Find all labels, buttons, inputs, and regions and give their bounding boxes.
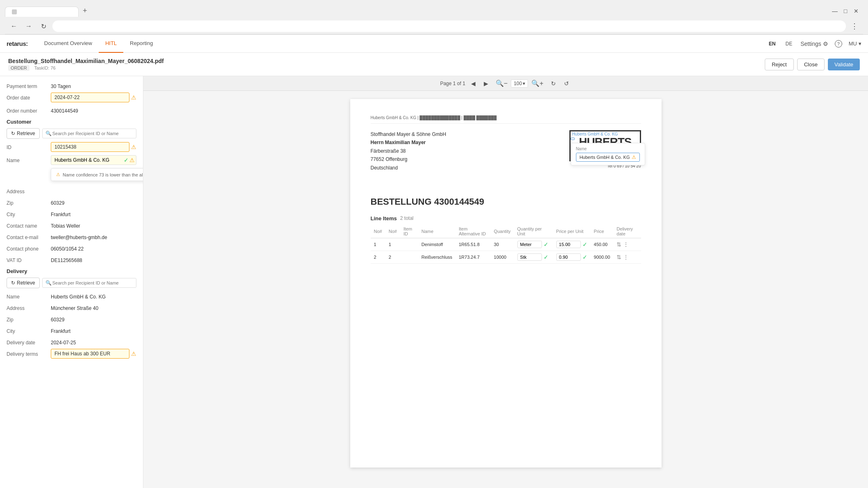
row2-no2: 2 bbox=[385, 251, 400, 263]
row1-alt-id: 1R65.51.8 bbox=[456, 238, 491, 251]
pdf-order-title: BESTELLUNG 4300144549 bbox=[371, 197, 641, 207]
vat-id-label: VAT ID bbox=[7, 255, 48, 263]
line-items-label: Line Items bbox=[371, 215, 397, 221]
nav-refresh-button[interactable]: ↻ bbox=[38, 20, 49, 32]
window-maximize-button[interactable]: □ bbox=[842, 7, 849, 15]
settings-label: Settings bbox=[800, 41, 821, 47]
delivery-terms-input[interactable] bbox=[51, 349, 129, 359]
reject-button[interactable]: Reject bbox=[765, 59, 794, 70]
url-bar[interactable] bbox=[52, 20, 846, 32]
row1-price-check-icon: ✓ bbox=[582, 241, 587, 248]
delivery-section-title: Delivery bbox=[7, 268, 136, 274]
pdf-toolbar: Page 1 of 1 ◀ ▶ 🔍− 100 ▾ 🔍+ ↻ ↺ bbox=[143, 76, 868, 91]
browser-menu-button[interactable]: ⋮ bbox=[849, 20, 860, 32]
settings-button[interactable]: Settings ⚙ bbox=[800, 41, 828, 47]
col-no2: No# bbox=[385, 225, 400, 238]
lang-de-button[interactable]: DE bbox=[784, 40, 794, 47]
contact-name-row: Contact name Tobias Weller bbox=[7, 221, 136, 229]
delivery-retrieve-label: Retrieve bbox=[17, 280, 35, 286]
row2-unit-input[interactable] bbox=[517, 253, 542, 261]
nav-document-overview[interactable]: Document Overview bbox=[38, 35, 99, 53]
close-button[interactable]: Close bbox=[797, 59, 825, 70]
customer-search-wrapper: 🔍 bbox=[42, 129, 136, 138]
customer-name-label: Name bbox=[7, 155, 48, 163]
customer-retrieve-row: ↻ Retrieve 🔍 bbox=[7, 128, 136, 139]
delivery-name-label: Name bbox=[7, 291, 48, 300]
window-minimize-button[interactable]: — bbox=[831, 7, 839, 15]
lang-en-button[interactable]: EN bbox=[767, 40, 777, 47]
window-close-button[interactable]: ✕ bbox=[852, 7, 860, 15]
left-panel: Payment term 30 Tagen Order date ⚠ Order… bbox=[0, 76, 143, 488]
recipient-company: Stoffhandel Mayer & Söhne GmbH bbox=[371, 130, 446, 138]
help-button[interactable]: ? bbox=[835, 40, 842, 47]
customer-id-input[interactable] bbox=[51, 142, 129, 152]
row2-actions[interactable]: ⇅ ⋮ bbox=[616, 254, 637, 260]
row1-unit-input[interactable] bbox=[517, 241, 542, 248]
name-confidence-tooltip: ⚠ Name confidence 73 is lower than the a… bbox=[51, 168, 143, 181]
name-warning-icon: ⚠ bbox=[129, 157, 135, 163]
validate-button[interactable]: Validate bbox=[828, 59, 860, 70]
row2-item-id bbox=[400, 251, 418, 263]
customer-section-title: Customer bbox=[7, 119, 136, 125]
pdf-zoom-out-button[interactable]: 🔍− bbox=[494, 79, 509, 88]
row1-price: 450.00 bbox=[591, 238, 614, 251]
delivery-zip-label: Zip bbox=[7, 314, 48, 323]
contact-email-label: Contact e-mail bbox=[7, 232, 48, 240]
row1-name: Denimstoff bbox=[418, 238, 456, 251]
row1-price-input[interactable] bbox=[556, 241, 581, 248]
delivery-retrieve-button[interactable]: ↻ Retrieve bbox=[7, 278, 40, 288]
pdf-prev-page-button[interactable]: ◀ bbox=[469, 79, 478, 88]
user-menu-button[interactable]: MU ▾ bbox=[849, 41, 861, 47]
customer-zip-label: Zip bbox=[7, 198, 48, 206]
contact-email-value: tweller@huberts-gmbh.de bbox=[51, 232, 136, 240]
delivery-search-input[interactable] bbox=[43, 278, 136, 287]
new-tab-button[interactable]: + bbox=[79, 5, 91, 17]
contact-phone-label: Contact phone bbox=[7, 244, 48, 252]
row1-qty-per-unit: ✓ bbox=[514, 238, 553, 251]
annotation-label: Huberts GmbH & Co. KG bbox=[571, 131, 619, 137]
row2-quantity: 10000 bbox=[491, 251, 514, 263]
customer-address-row: Address bbox=[7, 186, 136, 194]
doc-actions: Reject Close Validate bbox=[765, 59, 860, 70]
delivery-date-label: Delivery date bbox=[7, 337, 48, 346]
pdf-viewer-panel: Page 1 of 1 ◀ ▶ 🔍− 100 ▾ 🔍+ ↻ ↺ bbox=[143, 76, 868, 488]
customer-retrieve-button[interactable]: ↻ Retrieve bbox=[7, 128, 40, 139]
pdf-refresh-button[interactable]: ↺ bbox=[562, 79, 571, 88]
customer-city-label: City bbox=[7, 209, 48, 217]
nav-reporting[interactable]: Reporting bbox=[123, 35, 159, 53]
pdf-page-info: Page 1 of 1 bbox=[440, 81, 465, 86]
delivery-name-row: Name Huberts GmbH & Co. KG bbox=[7, 291, 136, 300]
retrieve-icon: ↻ bbox=[11, 131, 15, 136]
row2-check-icon: ✓ bbox=[544, 254, 548, 260]
nav-forward-button[interactable]: → bbox=[23, 20, 34, 32]
customer-search-input[interactable] bbox=[43, 129, 136, 138]
order-date-warning-icon: ⚠ bbox=[131, 94, 136, 101]
app-logo: retarus: bbox=[7, 40, 28, 47]
row2-alt-id: 1R73.24.7 bbox=[456, 251, 491, 263]
nav-hitl[interactable]: HITL bbox=[99, 35, 123, 53]
pdf-rotate-button[interactable]: ↻ bbox=[548, 79, 558, 88]
pdf-zoom-in-button[interactable]: 🔍+ bbox=[530, 79, 545, 88]
row2-price-input[interactable] bbox=[556, 253, 581, 261]
retrieve-label: Retrieve bbox=[17, 131, 35, 136]
delivery-name-value: Huberts GmbH & Co. KG bbox=[51, 291, 136, 300]
app-header-right: EN DE Settings ⚙ ? MU ▾ bbox=[767, 40, 861, 47]
pdf-next-page-button[interactable]: ▶ bbox=[481, 79, 491, 88]
delivery-search-icon: 🔍 bbox=[45, 280, 52, 286]
pdf-content: Huberts GmbH & Co. KG | ██████████████ |… bbox=[143, 91, 868, 476]
doc-title-area: Bestellung_Stoffhandel_Maximilian_Mayer_… bbox=[8, 58, 164, 71]
col-qty-per-unit: Quantity per Unit bbox=[514, 225, 553, 238]
customer-address-value bbox=[51, 186, 136, 189]
row1-price-per-unit: ✓ bbox=[553, 238, 591, 251]
customer-address-label: Address bbox=[7, 186, 48, 194]
order-date-input[interactable] bbox=[51, 93, 129, 102]
payment-term-label: Payment term bbox=[7, 81, 48, 89]
row1-actions[interactable]: ⇅ ⋮ bbox=[616, 241, 637, 248]
pdf-recipient: Stoffhandel Mayer & Söhne GmbH Herrn Max… bbox=[371, 130, 446, 172]
order-number-row: Order number 4300144549 bbox=[7, 106, 136, 114]
zoom-chevron-icon: ▾ bbox=[523, 81, 525, 86]
nav-back-button[interactable]: ← bbox=[8, 20, 20, 32]
browser-tab[interactable] bbox=[5, 7, 79, 17]
pdf-sender-line: Huberts GmbH & Co. KG | ██████████████ |… bbox=[371, 115, 641, 124]
col-price: Price bbox=[591, 225, 614, 238]
